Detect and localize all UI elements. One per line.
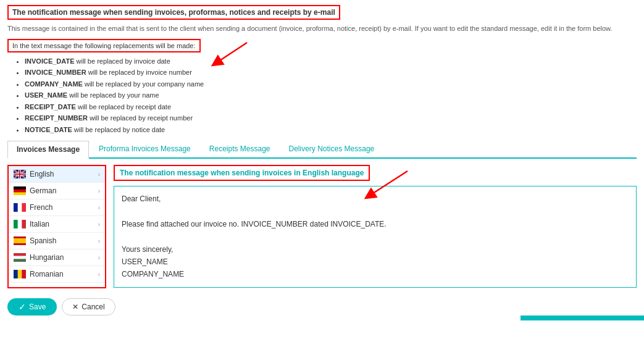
chevron-icon-romanian: › bbox=[98, 271, 100, 278]
message-body: Dear Client, Please find attached our in… bbox=[114, 186, 637, 288]
svg-rect-20 bbox=[22, 220, 26, 228]
tabs-bar: Invoices Message Proforma Invoices Messa… bbox=[7, 141, 637, 159]
replacements-list: INVOICE_DATE will be replaced by invoice… bbox=[25, 56, 637, 135]
chevron-icon-italian: › bbox=[98, 221, 100, 228]
chevron-icon-german: › bbox=[98, 188, 100, 194]
svg-rect-10 bbox=[14, 174, 26, 175]
flag-hungarian bbox=[14, 253, 26, 262]
svg-rect-12 bbox=[14, 186, 26, 190]
cancel-button-label: Cancel bbox=[82, 303, 104, 311]
content-area: English › German › bbox=[7, 165, 637, 288]
message-panel: The notification message when sending in… bbox=[114, 165, 637, 288]
message-panel-title: The notification message when sending in… bbox=[114, 165, 370, 181]
svg-rect-24 bbox=[14, 253, 26, 256]
svg-rect-28 bbox=[14, 270, 18, 278]
message-line-username: USER_NAME bbox=[122, 256, 629, 268]
main-title: The notification message when sending in… bbox=[7, 5, 340, 20]
message-line-empty1 bbox=[122, 205, 629, 217]
lang-item-italian[interactable]: Italian › bbox=[9, 216, 105, 233]
chevron-icon-english: › bbox=[98, 171, 100, 178]
message-line-yours: Yours sincerely, bbox=[122, 243, 629, 256]
svg-rect-13 bbox=[14, 190, 26, 193]
save-icon: ✓ bbox=[19, 302, 26, 312]
svg-rect-14 bbox=[14, 192, 26, 195]
tab-invoices-message[interactable]: Invoices Message bbox=[7, 141, 89, 159]
chevron-icon-hungarian: › bbox=[98, 254, 100, 261]
list-item: INVOICE_NUMBER will be replaced by invoi… bbox=[25, 67, 637, 78]
svg-rect-16 bbox=[14, 203, 18, 212]
lang-label-hungarian: Hungarian bbox=[30, 253, 64, 262]
cancel-button[interactable]: ✕ Cancel bbox=[62, 298, 115, 316]
bottom-bar bbox=[521, 316, 644, 320]
flag-german bbox=[14, 186, 26, 195]
lang-item-english[interactable]: English › bbox=[9, 166, 105, 183]
lang-item-german[interactable]: German › bbox=[9, 183, 105, 199]
message-line-companyname: COMPANY_NAME bbox=[122, 268, 629, 280]
list-item: COMPANY_NAME will be replaced by your co… bbox=[25, 79, 637, 90]
list-item: USER_NAME will be replaced by your name bbox=[25, 90, 637, 101]
lang-label-german: German bbox=[30, 186, 56, 195]
lang-label-english: English bbox=[30, 170, 54, 178]
chevron-icon-spanish: › bbox=[98, 238, 100, 245]
message-line-please: Please find attached our invoice no. INV… bbox=[122, 218, 629, 230]
tab-delivery-notices-message[interactable]: Delivery Notices Message bbox=[280, 141, 383, 157]
chevron-icon-french: › bbox=[98, 204, 100, 211]
lang-item-spanish[interactable]: Spanish › bbox=[9, 233, 105, 249]
replacements-label: In the text message the following replac… bbox=[7, 39, 201, 52]
svg-rect-29 bbox=[22, 270, 26, 278]
save-button[interactable]: ✓ Save bbox=[7, 298, 57, 316]
list-item: NOTICE_DATE will be replaced by notice d… bbox=[25, 125, 637, 135]
svg-rect-25 bbox=[14, 256, 26, 259]
lang-label-romanian: Romanian bbox=[30, 270, 64, 278]
language-sidebar: English › German › bbox=[7, 165, 106, 288]
lang-label-french: French bbox=[30, 203, 52, 212]
cancel-icon: ✕ bbox=[72, 303, 78, 311]
list-item: RECEIPT_NUMBER will be replaced by recei… bbox=[25, 113, 637, 123]
lang-item-hungarian[interactable]: Hungarian › bbox=[9, 249, 105, 266]
flag-french bbox=[14, 203, 26, 212]
lang-item-romanian[interactable]: Romanian › bbox=[9, 266, 105, 283]
lang-label-spanish: Spanish bbox=[30, 236, 56, 245]
list-item: INVOICE_DATE will be replaced by invoice… bbox=[25, 56, 637, 67]
message-line-dear: Dear Client, bbox=[122, 193, 629, 205]
lang-label-italian: Italian bbox=[30, 220, 49, 228]
buttons-row: ✓ Save ✕ Cancel bbox=[7, 298, 637, 316]
lang-item-french[interactable]: French › bbox=[9, 199, 105, 216]
save-button-label: Save bbox=[29, 303, 46, 311]
tab-receipts-message[interactable]: Receipts Message bbox=[201, 141, 279, 157]
flag-spanish bbox=[14, 236, 26, 245]
message-line-empty2 bbox=[122, 230, 629, 243]
flag-romanian bbox=[14, 270, 26, 278]
list-item: RECEIPT_DATE will be replaced by receipt… bbox=[25, 102, 637, 112]
svg-rect-19 bbox=[14, 220, 18, 228]
svg-rect-17 bbox=[22, 203, 26, 212]
description-text: This message is contained in the email t… bbox=[7, 23, 637, 34]
flag-english bbox=[14, 170, 26, 178]
svg-rect-22 bbox=[14, 238, 26, 243]
tab-proforma-invoices-message[interactable]: Proforma Invoices Message bbox=[90, 141, 199, 157]
svg-rect-26 bbox=[14, 259, 26, 262]
flag-italian bbox=[14, 220, 26, 228]
